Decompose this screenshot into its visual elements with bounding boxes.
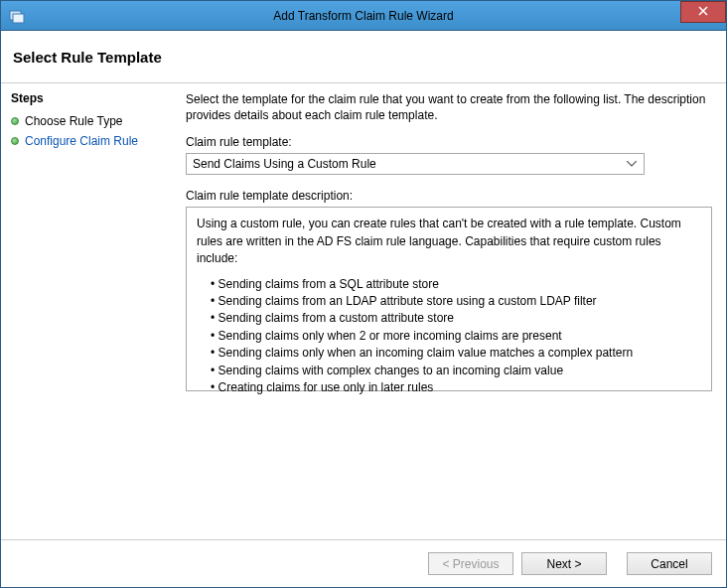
step-bullet-icon [11,137,19,145]
wizard-window: Add Transform Claim Rule Wizard Select R… [0,0,727,588]
wizard-body: Steps Choose Rule Type Configure Claim R… [1,83,726,539]
bullet-item: Sending claims from a SQL attribute stor… [211,276,701,293]
select-value: Send Claims Using a Custom Rule [193,157,376,171]
description-intro: Using a custom rule, you can create rule… [197,216,701,267]
intro-text: Select the template for the claim rule t… [186,91,712,123]
description-box: Using a custom rule, you can create rule… [186,207,712,391]
bullet-item: Sending claims only when 2 or more incom… [211,328,701,345]
description-label: Claim rule template description: [186,189,712,203]
step-choose-rule-type[interactable]: Choose Rule Type [11,111,166,131]
wizard-footer: < Previous Next > Cancel [1,539,726,587]
titlebar: Add Transform Claim Rule Wizard [1,1,726,31]
template-label: Claim rule template: [186,135,712,149]
app-icon [9,8,25,24]
bullet-item: Sending claims only when an incoming cla… [211,345,701,362]
svg-rect-1 [13,14,24,23]
bullet-item: Creating claims for use only in later ru… [211,379,701,396]
step-bullet-icon [11,117,19,125]
claim-rule-template-select[interactable]: Send Claims Using a Custom Rule [186,153,645,175]
step-label: Configure Claim Rule [25,134,138,148]
close-button[interactable] [680,1,726,23]
main-panel: Select the template for the claim rule t… [176,83,726,539]
steps-sidebar: Steps Choose Rule Type Configure Claim R… [1,83,176,539]
bullet-item: Sending claims from a custom attribute s… [211,310,701,327]
bullet-item: Sending claims from an LDAP attribute st… [211,293,701,310]
page-header: Select Rule Template [1,31,726,83]
next-button[interactable]: Next > [521,552,607,575]
step-label: Choose Rule Type [25,114,123,128]
page-title: Select Rule Template [13,49,162,66]
bullet-item: Sending claims with complex changes to a… [211,363,701,379]
chevron-down-icon [624,155,640,173]
step-configure-claim-rule[interactable]: Configure Claim Rule [11,131,166,151]
close-icon [698,5,708,19]
steps-title: Steps [11,91,166,105]
cancel-button[interactable]: Cancel [627,552,712,575]
description-bullets: Sending claims from a SQL attribute stor… [197,276,701,397]
previous-button: < Previous [428,552,513,575]
window-title: Add Transform Claim Rule Wizard [1,9,726,23]
